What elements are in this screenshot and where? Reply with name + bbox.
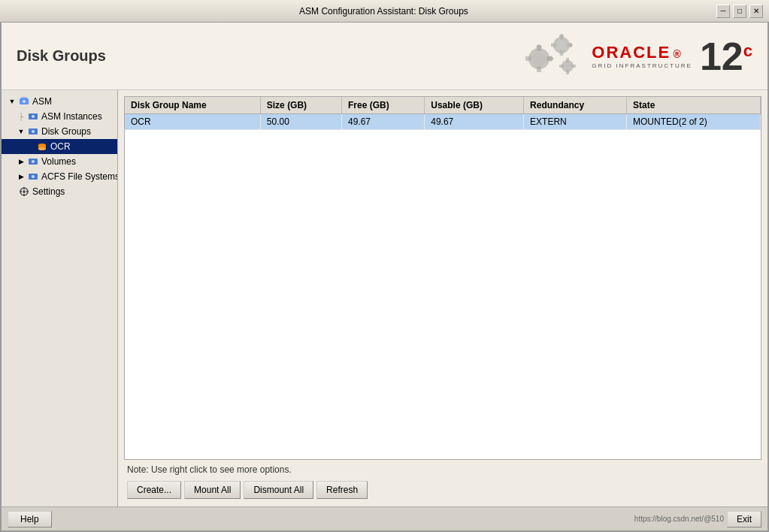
sidebar-item-disk-groups[interactable]: ▼ Disk Groups — [2, 124, 117, 139]
close-button[interactable]: ✕ — [749, 5, 763, 18]
svg-point-1 — [533, 53, 545, 65]
svg-rect-12 — [551, 43, 556, 47]
oracle-brand-text: ORACLE ® GRID INFRASTRUCTURE — [592, 43, 692, 69]
cell-4: EXTERN — [524, 114, 627, 130]
note-text: Note: Use right click to see more option… — [127, 464, 292, 475]
table-header-row: Disk Group Name Size (GB) Free (GB) Usab… — [125, 97, 761, 114]
asm-instances-icon — [27, 110, 39, 122]
sidebar: ▼ ASM ├ AS — [2, 90, 118, 506]
header-area: Disk Groups — [2, 23, 767, 90]
col-disk-group-name: Disk Group Name — [125, 97, 260, 114]
col-state: State — [626, 97, 760, 114]
note-area: Note: Use right click to see more option… — [124, 460, 761, 478]
settings-icon — [18, 186, 30, 198]
gears-icon — [524, 30, 584, 83]
svg-rect-21 — [571, 65, 576, 68]
expand-icon-3: ▶ — [17, 157, 26, 166]
svg-rect-41 — [26, 191, 29, 192]
exit-button[interactable]: Exit — [727, 511, 761, 527]
help-button[interactable]: Help — [8, 511, 52, 527]
expand-icon-4: ▶ — [17, 172, 26, 181]
cell-3: 49.67 — [425, 114, 524, 130]
svg-point-9 — [557, 41, 566, 50]
svg-point-31 — [38, 147, 46, 150]
cell-0: OCR — [125, 114, 260, 130]
footer-url: https://blog.csdn.net/@510 — [634, 515, 724, 523]
svg-point-28 — [32, 130, 35, 133]
asm-icon — [18, 95, 30, 107]
svg-rect-20 — [559, 65, 564, 68]
cell-1: 50.00 — [260, 114, 341, 130]
disk-groups-table: Disk Group Name Size (GB) Free (GB) Usab… — [125, 97, 761, 130]
oracle-logo: ORACLE ® GRID INFRASTRUCTURE 12c — [524, 30, 752, 83]
oracle-sub-label: GRID INFRASTRUCTURE — [592, 62, 692, 69]
mount-all-button[interactable]: Mount All — [184, 481, 241, 499]
svg-rect-19 — [566, 70, 569, 74]
svg-point-26 — [32, 115, 35, 118]
svg-point-35 — [32, 175, 35, 178]
col-usable: Usable (GB) — [425, 97, 524, 114]
volumes-icon — [27, 156, 39, 168]
sidebar-item-asm-instances[interactable]: ├ ASM Instances — [2, 109, 117, 124]
sidebar-item-settings[interactable]: ◆ Settings — [2, 184, 117, 199]
content-area: ▼ ASM ├ AS — [2, 90, 767, 506]
table-row[interactable]: OCR50.0049.6749.67EXTERNMOUNTED(2 of 2) — [125, 114, 761, 130]
svg-rect-4 — [525, 56, 531, 61]
cell-2: 49.67 — [341, 114, 424, 130]
sidebar-item-acfs[interactable]: ▶ ACFS File Systems — [2, 169, 117, 184]
svg-rect-18 — [566, 58, 569, 62]
oracle-version: 12c — [700, 37, 752, 76]
oracle-brand-label: ORACLE ® — [592, 43, 681, 62]
footer: Help https://blog.csdn.net/@510 Exit — [2, 506, 767, 530]
sidebar-item-ocr[interactable]: └ OCR — [2, 139, 117, 154]
cell-5: MOUNTED(2 of 2) — [626, 114, 760, 130]
svg-point-37 — [23, 190, 26, 193]
leaf-icon: ├ — [17, 112, 26, 121]
svg-rect-23 — [21, 97, 27, 99]
titlebar: ASM Configuration Assistant: Disk Groups… — [0, 0, 769, 23]
footer-right: https://blog.csdn.net/@510 Exit — [634, 511, 761, 527]
disk-groups-table-container[interactable]: Disk Group Name Size (GB) Free (GB) Usab… — [124, 96, 761, 460]
disk-groups-icon — [27, 125, 39, 138]
svg-point-24 — [23, 100, 26, 103]
sidebar-item-volumes[interactable]: ▶ Volumes — [2, 154, 117, 169]
expand-icon: ▼ — [8, 97, 17, 106]
svg-rect-3 — [537, 66, 541, 72]
col-free: Free (GB) — [341, 97, 424, 114]
minimize-button[interactable]: ─ — [716, 5, 730, 18]
dismount-all-button[interactable]: Dismount All — [244, 481, 313, 499]
main-panel: Disk Group Name Size (GB) Free (GB) Usab… — [118, 90, 767, 506]
page-title: Disk Groups — [17, 47, 106, 65]
create-button[interactable]: Create... — [127, 481, 181, 499]
col-redundancy: Redundancy — [524, 97, 627, 114]
svg-rect-39 — [23, 194, 25, 196]
svg-rect-38 — [23, 187, 25, 189]
refresh-button[interactable]: Refresh — [316, 481, 368, 499]
svg-rect-11 — [560, 50, 564, 56]
main-window: Disk Groups — [0, 23, 769, 532]
svg-rect-40 — [20, 191, 22, 192]
svg-point-17 — [565, 63, 571, 69]
ocr-disk-icon — [36, 141, 48, 153]
svg-point-33 — [32, 160, 35, 163]
col-size: Size (GB) — [260, 97, 341, 114]
window-controls: ─ □ ✕ — [716, 5, 763, 18]
action-buttons: Create... Mount All Dismount All Refresh — [124, 478, 761, 500]
expand-icon-2: ▼ — [17, 127, 26, 136]
maximize-button[interactable]: □ — [733, 5, 746, 18]
sidebar-item-asm[interactable]: ▼ ASM — [2, 94, 117, 109]
window-title: ASM Configuration Assistant: Disk Groups — [51, 6, 716, 17]
acfs-icon — [27, 171, 39, 183]
